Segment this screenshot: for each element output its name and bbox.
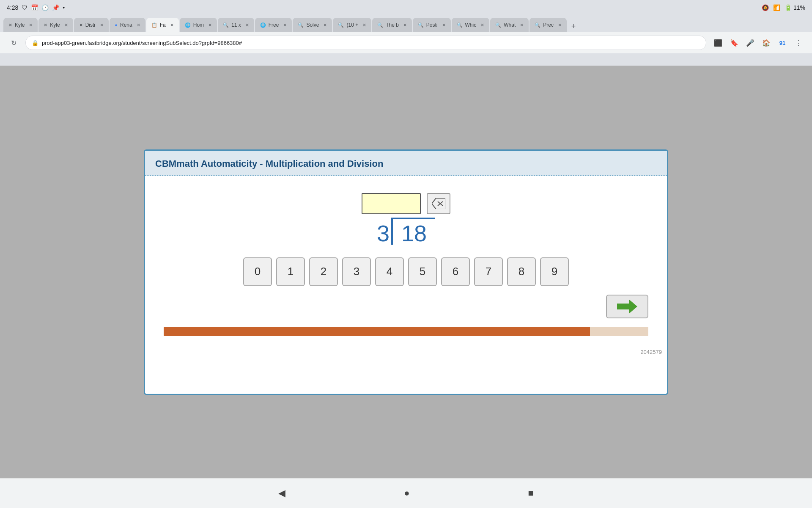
- mic-icon[interactable]: 🎤: [743, 36, 757, 50]
- calendar-icon: 📅: [31, 4, 38, 11]
- tab-favicon-theb: 🔍: [377, 22, 383, 28]
- tab-rena[interactable]: ● Rena ✕: [110, 18, 145, 32]
- tab-prec[interactable]: 🔍 Prec ✕: [529, 18, 567, 32]
- tab-solve[interactable]: 🔍 Solve ✕: [293, 18, 332, 32]
- clock-icon: 🕐: [41, 4, 49, 11]
- home-icon[interactable]: 🏠: [760, 36, 773, 50]
- num-btn-7[interactable]: 7: [474, 257, 503, 286]
- menu-icon[interactable]: ⋮: [792, 36, 805, 50]
- tab-label-hom: Hom: [193, 22, 204, 28]
- bookmark-icon[interactable]: 🔖: [727, 36, 741, 50]
- wifi-icon: 📶: [773, 4, 780, 11]
- cast-icon[interactable]: ⬛: [711, 36, 725, 50]
- num-btn-2[interactable]: 2: [309, 257, 338, 286]
- tab-favicon-distr: ✕: [79, 22, 83, 28]
- tab-favicon-11x: 🔍: [223, 22, 229, 28]
- home-button[interactable]: ●: [404, 488, 409, 499]
- shield-icon: 🛡: [22, 4, 27, 11]
- tab-label-fa: Fa: [160, 22, 166, 28]
- address-field[interactable]: 🔒 prod-app03-green.fastbridge.org/studen…: [25, 36, 706, 50]
- tab-close-kyle-2[interactable]: ✕: [64, 22, 68, 28]
- bottom-nav: ◀ ● ■: [0, 478, 812, 508]
- tab-bar: ✕ Kyle ✕ ✕ Kyle ✕ ✕ Distr ✕ ● Rena ✕ 📋 F…: [0, 15, 812, 32]
- tab-close-theb[interactable]: ✕: [403, 22, 407, 28]
- tab-close-free[interactable]: ✕: [283, 22, 287, 28]
- divisor: 3: [377, 222, 390, 245]
- tab-close-rena[interactable]: ✕: [137, 22, 140, 28]
- tab-kyle-1[interactable]: ✕ Kyle ✕: [3, 18, 38, 32]
- system-bar-right: 🔕 📶 🔋 11%: [762, 4, 805, 11]
- backspace-button[interactable]: [427, 193, 450, 214]
- bell-mute-icon: 🔕: [762, 4, 769, 11]
- time-display: 4:28: [7, 4, 18, 11]
- tab-label-kyle-2: Kyle: [50, 22, 60, 28]
- tab-favicon-hom: 🌐: [185, 22, 191, 28]
- tab-close-posti[interactable]: ✕: [442, 22, 446, 28]
- tab-kyle-2[interactable]: ✕ Kyle ✕: [38, 18, 73, 32]
- num-btn-9[interactable]: 9: [540, 257, 569, 286]
- chrome-top-bar: 4:28 🛡 📅 🕐 📌 • 🔕 📶 🔋 11% ✕ Kyle ✕ ✕ Kyle…: [0, 0, 812, 66]
- tab-close-10plus[interactable]: ✕: [362, 22, 366, 28]
- tab-posti[interactable]: 🔍 Posti ✕: [413, 18, 451, 32]
- tab-close-hom[interactable]: ✕: [208, 22, 212, 28]
- num-btn-8[interactable]: 8: [507, 257, 536, 286]
- answer-area: [362, 193, 450, 214]
- reload-button[interactable]: ↻: [7, 36, 20, 50]
- tab-close-kyle-1[interactable]: ✕: [29, 22, 33, 28]
- tab-distr[interactable]: ✕ Distr ✕: [74, 18, 109, 32]
- cbm-panel: CBMmath Automaticity - Multiplication an…: [144, 149, 668, 395]
- tab-favicon-10plus: 🔍: [338, 22, 344, 28]
- tab-whic[interactable]: 🔍 Whic ✕: [452, 18, 490, 32]
- battery-icon: 🔋 11%: [785, 4, 805, 11]
- num-btn-6[interactable]: 6: [441, 257, 470, 286]
- tab-label-distr: Distr: [85, 22, 96, 28]
- tab-favicon-kyle-2: ✕: [44, 22, 47, 28]
- tab-close-prec[interactable]: ✕: [558, 22, 562, 28]
- tab-close-solve[interactable]: ✕: [323, 22, 327, 28]
- tab-close-distr[interactable]: ✕: [100, 22, 104, 28]
- tab-label-11x: 11 x: [231, 22, 241, 28]
- backspace-icon: [432, 198, 445, 209]
- num-btn-4[interactable]: 4: [375, 257, 404, 286]
- cbm-id: 2042579: [145, 346, 667, 357]
- tab-hom[interactable]: 🌐 Hom ✕: [180, 18, 217, 32]
- next-arrow-icon: [617, 299, 637, 314]
- next-btn-row: [155, 295, 657, 318]
- pin-icon: 📌: [52, 4, 59, 11]
- cbm-body: 3 18 0 1 2 3 4 5 6 7 8 9: [145, 176, 667, 346]
- svg-marker-0: [432, 198, 445, 209]
- tab-favicon-prec: 🔍: [535, 22, 540, 28]
- tab-close-11x[interactable]: ✕: [245, 22, 249, 28]
- answer-input[interactable]: [362, 193, 421, 214]
- tab-close-fa[interactable]: ✕: [170, 22, 174, 28]
- new-tab-button[interactable]: +: [568, 20, 579, 32]
- tab-close-whic[interactable]: ✕: [480, 22, 484, 28]
- cbm-header: CBMmath Automaticity - Multiplication an…: [145, 151, 667, 176]
- tab-favicon-what: 🔍: [495, 22, 501, 28]
- tab-label-prec: Prec: [543, 22, 554, 28]
- tab-theb[interactable]: 🔍 The b ✕: [372, 18, 412, 32]
- num-btn-3[interactable]: 3: [342, 257, 371, 286]
- tab-label-theb: The b: [386, 22, 399, 28]
- tab-fa[interactable]: 📋 Fa ✕: [146, 18, 179, 32]
- tab-label-posti: Posti: [426, 22, 438, 28]
- num-btn-5[interactable]: 5: [408, 257, 437, 286]
- system-bar-left: 4:28 🛡 📅 🕐 📌 •: [7, 4, 65, 11]
- tab-favicon-free: 🌐: [260, 22, 266, 28]
- next-button[interactable]: [606, 295, 648, 318]
- tab-11x[interactable]: 🔍 11 x ✕: [218, 18, 254, 32]
- tab-favicon-whic: 🔍: [457, 22, 463, 28]
- recents-button[interactable]: ■: [528, 488, 534, 499]
- extension-icon[interactable]: 91: [776, 36, 789, 50]
- num-btn-0[interactable]: 0: [243, 257, 272, 286]
- back-button[interactable]: ◀: [278, 488, 285, 499]
- tab-favicon-kyle-1: ✕: [8, 22, 12, 28]
- tab-10plus[interactable]: 🔍 (10 + ✕: [333, 18, 371, 32]
- tab-free[interactable]: 🌐 Free ✕: [255, 18, 292, 32]
- tab-label-solve: Solve: [306, 22, 319, 28]
- tab-label-10plus: (10 +: [346, 22, 358, 28]
- tab-what[interactable]: 🔍 What ✕: [490, 18, 529, 32]
- num-btn-1[interactable]: 1: [276, 257, 305, 286]
- tab-close-what[interactable]: ✕: [520, 22, 524, 28]
- tab-label-kyle-1: Kyle: [15, 22, 25, 28]
